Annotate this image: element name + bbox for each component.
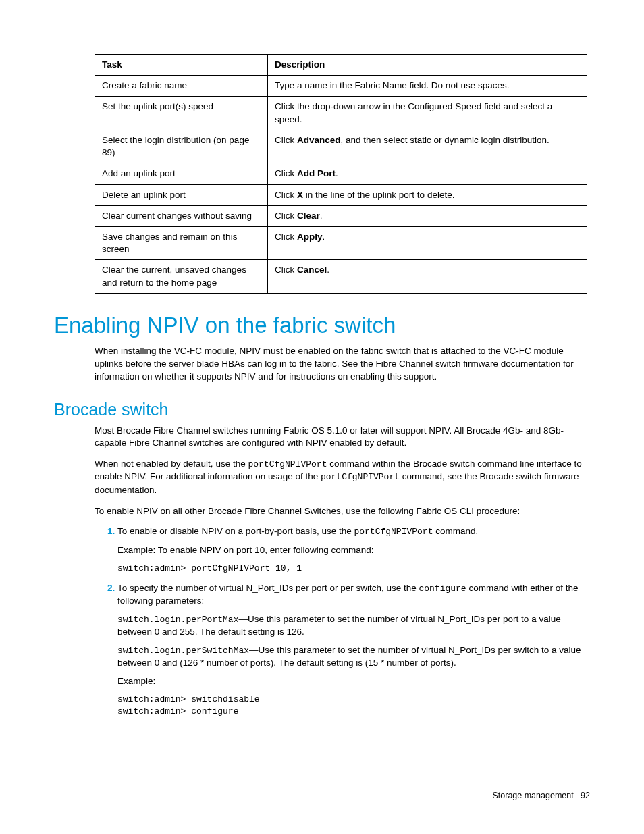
paragraph: Most Brocade Fibre Channel switches runn… xyxy=(95,425,590,450)
task-cell: Select the login distribution (on page 8… xyxy=(95,130,268,163)
example-label: Example: xyxy=(117,675,590,688)
parameter-desc: switch.login.perPortMax—Use this paramet… xyxy=(117,613,590,639)
desc-cell: Click Apply. xyxy=(268,226,587,259)
task-cell: Set the uplink port(s) speed xyxy=(95,97,268,130)
table-row: Delete an uplink port Click X in the lin… xyxy=(95,184,587,205)
desc-cell: Click Cancel. xyxy=(268,260,587,293)
task-cell: Add an uplink port xyxy=(95,163,268,184)
page-footer: Storage management 92 xyxy=(492,791,590,800)
table-row: Select the login distribution (on page 8… xyxy=(95,130,587,163)
task-cell: Clear the current, unsaved changes and r… xyxy=(95,260,268,293)
parameter-desc: switch.login.perSwitchMax—Use this param… xyxy=(117,644,590,670)
code-block: switch:admin> switchdisable switch:admin… xyxy=(117,694,590,717)
footer-page-number: 92 xyxy=(581,791,590,800)
table-row: Save changes and remain on this screen C… xyxy=(95,226,587,259)
heading-enabling-npiv: Enabling NPIV on the fabric switch xyxy=(54,313,590,338)
paragraph: When installing the VC-FC module, NPIV m… xyxy=(95,345,590,384)
code-block: switch:admin> portCfgNPIVPort 10, 1 xyxy=(117,563,590,575)
heading-brocade-switch: Brocade switch xyxy=(54,400,590,419)
list-item: To enable or disable NPIV on a port-by-p… xyxy=(117,525,590,574)
desc-cell: Click Add Port. xyxy=(268,163,587,184)
desc-cell: Click Clear. xyxy=(268,205,587,226)
desc-cell: Type a name in the Fabric Name field. Do… xyxy=(268,76,587,97)
desc-cell: Click X in the line of the uplink port t… xyxy=(268,184,587,205)
header-desc: Description xyxy=(268,55,587,76)
example-label: Example: To enable NPIV on port 10, ente… xyxy=(117,544,590,557)
desc-cell: Click the drop-down arrow in the Configu… xyxy=(268,97,587,130)
desc-cell: Click Advanced, and then select static o… xyxy=(268,130,587,163)
list-item: To specify the number of virtual N_Port_… xyxy=(117,582,590,717)
footer-section: Storage management xyxy=(492,791,573,800)
table-row: Add an uplink port Click Add Port. xyxy=(95,163,587,184)
task-cell: Create a fabric name xyxy=(95,76,268,97)
table-row: Clear current changes without saving Cli… xyxy=(95,205,587,226)
procedure-list: To enable or disable NPIV on a port-by-p… xyxy=(95,525,590,717)
task-cell: Save changes and remain on this screen xyxy=(95,226,268,259)
task-table: Task Description Create a fabric name Ty… xyxy=(95,54,587,294)
table-row: Set the uplink port(s) speed Click the d… xyxy=(95,97,587,130)
header-task: Task xyxy=(95,55,268,76)
paragraph: To enable NPIV on all other Brocade Fibr… xyxy=(95,505,590,518)
table-row: Clear the current, unsaved changes and r… xyxy=(95,260,587,293)
table-row: Create a fabric name Type a name in the … xyxy=(95,76,587,97)
task-cell: Clear current changes without saving xyxy=(95,205,268,226)
task-cell: Delete an uplink port xyxy=(95,184,268,205)
paragraph: When not enabled by default, use the por… xyxy=(95,458,590,496)
